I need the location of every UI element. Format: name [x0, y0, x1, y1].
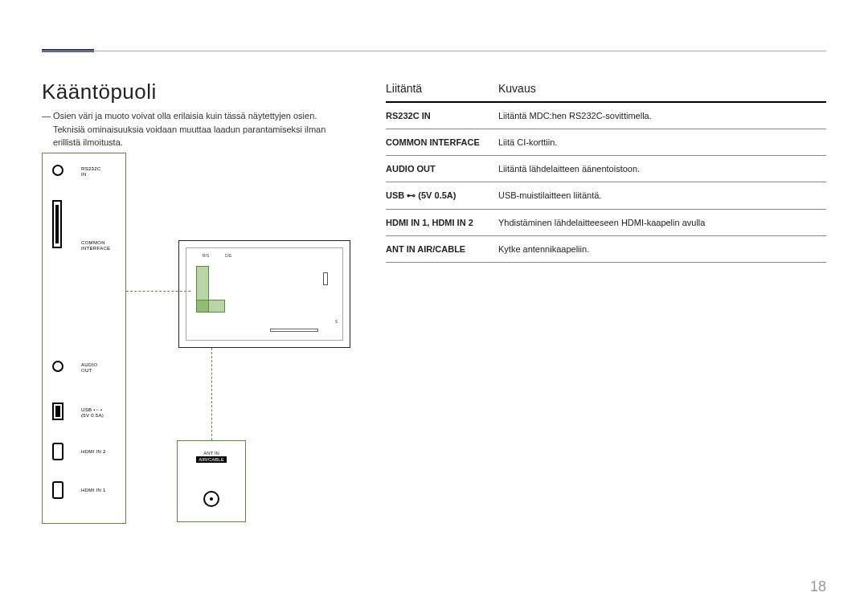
monitor-bottom-strip	[270, 329, 318, 332]
table-row: ANT IN AIR/CABLE Kytke antennikaapeliin.	[386, 236, 826, 263]
usb-label: USB •←• (5V 0.5A)	[81, 407, 104, 419]
col-header-port: Liitäntä	[386, 82, 498, 95]
note-text: ―Osien väri ja muoto voivat olla erilais…	[42, 109, 347, 149]
note-line2: Teknisiä ominaisuuksia voidaan muuttaa l…	[53, 123, 347, 149]
rs232c-port-icon	[52, 165, 63, 176]
ant-cable-label: AIR/CABLE	[196, 456, 226, 463]
hdmi2-port-icon	[52, 443, 63, 460]
audio-out-icon	[52, 361, 63, 372]
hdmi1-port-icon	[52, 481, 63, 499]
top-divider	[42, 51, 826, 51]
monitor-inner: R/S D/E S	[186, 247, 343, 341]
ant-in-label: ANT IN	[203, 451, 219, 456]
usb-port-icon	[52, 403, 63, 420]
port-panel: RS232C IN COMMON INTERFACE AUDIO OUT USB…	[42, 153, 126, 524]
table-row: COMMON INTERFACE Liitä CI-korttiin.	[386, 129, 826, 156]
table-row: AUDIO OUT Liitäntä lähdelaitteen äänento…	[386, 156, 826, 182]
connector-line	[126, 291, 190, 292]
diagram-area: RS232C IN COMMON INTERFACE AUDIO OUT USB…	[42, 153, 363, 530]
rs232c-label: RS232C IN	[81, 166, 100, 178]
page-number: 18	[810, 578, 826, 595]
antenna-connector-icon	[203, 491, 219, 507]
table-row: RS232C IN Liitäntä MDC:hen RS232C-sovitt…	[386, 103, 826, 129]
ports-table: Liitäntä Kuvaus RS232C IN Liitäntä MDC:h…	[386, 82, 826, 263]
monitor-rear-diagram: R/S D/E S	[178, 240, 350, 348]
table-row: HDMI IN 1, HDMI IN 2 Yhdistäminen lähdel…	[386, 210, 826, 236]
connector-line	[211, 348, 212, 440]
table-row: USB ⊷ (5V 0.5A) USB-muistilaitteen liitä…	[386, 182, 826, 210]
monitor-port-highlight	[196, 266, 225, 313]
antenna-label-group: ANT IN AIR/CABLE	[178, 451, 245, 463]
audio-label: AUDIO OUT	[81, 362, 98, 374]
ci-label: COMMON INTERFACE	[81, 240, 110, 251]
hdmi1-label: HDMI IN 1	[81, 488, 106, 493]
hdmi2-label: HDMI IN 2	[81, 449, 106, 455]
ci-slot-icon	[52, 200, 62, 248]
note-line1: Osien väri ja muoto voivat olla erilaisi…	[53, 111, 317, 121]
page-title: Kääntöpuoli	[42, 80, 157, 104]
table-header: Liitäntä Kuvaus	[386, 82, 826, 103]
col-header-desc: Kuvaus	[498, 82, 826, 95]
antenna-panel: ANT IN AIR/CABLE	[177, 440, 246, 522]
monitor-slot	[323, 272, 328, 285]
